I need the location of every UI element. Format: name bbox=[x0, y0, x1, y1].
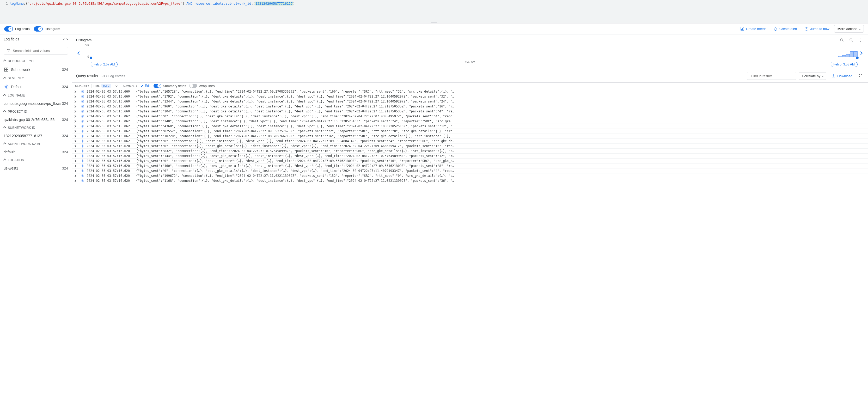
resize-handle[interactable] bbox=[431, 22, 437, 23]
fields-search-input[interactable] bbox=[4, 47, 68, 55]
field-row[interactable]: compute.googleapis.com/vpc_flows324 bbox=[0, 99, 72, 108]
severity-default-icon bbox=[81, 110, 85, 113]
histogram-nav-right[interactable] bbox=[858, 44, 864, 62]
log-row[interactable]: 2024-02-05 03:57:16.620{"bytes_sent":"83… bbox=[72, 149, 868, 154]
zoom-in-button[interactable] bbox=[848, 37, 855, 44]
query-text[interactable]: logName:("projects/qwiklabs-gcp-00-2e76b… bbox=[10, 2, 295, 5]
field-row[interactable]: Default324 bbox=[0, 82, 72, 91]
range-handle-end[interactable] bbox=[856, 57, 859, 59]
log-results-list[interactable]: 2024-02-05 03:57:13.660{"bytes_sent":"16… bbox=[72, 89, 868, 411]
time-range-slider[interactable] bbox=[91, 57, 858, 59]
toggle-log-fields[interactable]: Log fields bbox=[4, 26, 30, 32]
log-row[interactable]: 2024-02-05 03:57:13.660{"bytes_sent":"96… bbox=[72, 104, 868, 109]
log-row[interactable]: 2024-02-05 03:57:15.062{"bytes_sent":"14… bbox=[72, 119, 868, 124]
download-button[interactable]: Download bbox=[829, 72, 855, 80]
log-row[interactable]: 2024-02-05 03:57:15.062{"bytes_sent":"0"… bbox=[72, 114, 868, 119]
log-row[interactable]: 2024-02-05 03:57:16.620{"bytes_sent":"0"… bbox=[72, 169, 868, 173]
field-row[interactable]: qwiklabs-gcp-00-2e76b685af56324 bbox=[0, 116, 72, 124]
toggle-label: Log fields bbox=[15, 27, 30, 31]
jump-to-now-button[interactable]: Jump to now bbox=[802, 25, 832, 33]
log-row[interactable]: 2024-02-05 03:57:15.062{"bytes_sent":"0"… bbox=[72, 139, 868, 144]
timezone-chip[interactable]: IST bbox=[101, 84, 111, 88]
expand-row-icon[interactable] bbox=[74, 164, 79, 168]
expand-row-icon[interactable] bbox=[74, 154, 79, 158]
toggle-histogram[interactable]: Histogram bbox=[34, 26, 60, 32]
expand-row-icon[interactable] bbox=[74, 139, 79, 143]
field-group-header[interactable]: RESOURCE TYPE bbox=[0, 57, 72, 65]
find-in-results-input[interactable] bbox=[747, 72, 796, 80]
edit-summary-button[interactable]: Edit bbox=[141, 84, 150, 88]
field-name: Default bbox=[11, 85, 62, 89]
toggle-switch-off-icon bbox=[189, 84, 197, 88]
log-row[interactable]: 2024-02-05 03:57:13.660{"bytes_sent":"13… bbox=[72, 99, 868, 104]
field-group-header[interactable]: SEVERITY bbox=[0, 74, 72, 82]
log-row[interactable]: 2024-02-05 03:57:15.062{"bytes_sent":"10… bbox=[72, 134, 868, 139]
expand-row-icon[interactable] bbox=[74, 105, 79, 108]
field-row[interactable]: default324 bbox=[0, 148, 72, 156]
log-row[interactable]: 2024-02-05 03:57:16.620{"bytes_sent":"11… bbox=[72, 178, 868, 183]
more-actions-dropdown[interactable]: More actions bbox=[834, 25, 864, 33]
time-column-menu[interactable] bbox=[116, 85, 118, 87]
correlate-by-dropdown[interactable]: Correlate by bbox=[799, 72, 826, 80]
log-row[interactable]: 2024-02-05 03:57:15.062{"bytes_sent":"82… bbox=[72, 129, 868, 134]
field-group-header[interactable]: LOG NAME bbox=[0, 91, 72, 99]
histogram-nav-left[interactable] bbox=[76, 44, 82, 62]
log-row[interactable]: 2024-02-05 03:57:15.062{"bytes_sent":"43… bbox=[72, 124, 868, 129]
create-metric-button[interactable]: Create metric bbox=[738, 25, 769, 33]
field-group-header[interactable]: SUBNETWORK NAME bbox=[0, 140, 72, 148]
col-severity[interactable]: SEVERITY bbox=[74, 84, 90, 87]
zoom-in-icon bbox=[849, 38, 854, 42]
group-label: SUBNETWORK ID bbox=[8, 126, 35, 129]
log-row[interactable]: 2024-02-05 03:57:16.620{"bytes_sent":"19… bbox=[72, 173, 868, 178]
columns-header: SEVERITY TIME IST ↑ SUMMARY Edit Summary… bbox=[72, 83, 868, 89]
chevron-up-icon bbox=[4, 94, 6, 97]
log-row[interactable]: 2024-02-05 03:57:13.660{"bytes_sent":"16… bbox=[72, 89, 868, 94]
log-row[interactable]: 2024-02-05 03:57:13.660{"bytes_sent":"17… bbox=[72, 94, 868, 99]
histogram-chart[interactable]: 200 0 3:30 AM Feb 5, 2 bbox=[82, 44, 858, 62]
expand-row-icon[interactable] bbox=[74, 115, 79, 118]
expand-row-icon[interactable] bbox=[74, 119, 79, 123]
filter-icon bbox=[6, 49, 11, 53]
log-row[interactable]: 2024-02-05 03:57:13.660{"bytes_sent":"10… bbox=[72, 109, 868, 114]
svg-point-16 bbox=[82, 130, 84, 132]
expand-row-icon[interactable] bbox=[74, 99, 79, 103]
expand-row-icon[interactable] bbox=[74, 134, 79, 138]
log-row[interactable]: 2024-02-05 03:57:16.620{"bytes_sent":"0"… bbox=[72, 144, 868, 149]
collapse-icon[interactable]: < > bbox=[63, 37, 68, 41]
field-row[interactable]: 1321292905877716137324 bbox=[0, 132, 72, 140]
expand-row-icon[interactable] bbox=[74, 129, 79, 133]
severity-default-icon bbox=[81, 159, 85, 163]
expand-row-icon[interactable] bbox=[74, 144, 79, 148]
expand-row-icon[interactable] bbox=[74, 159, 79, 163]
create-alert-button[interactable]: Create alert bbox=[771, 25, 800, 33]
log-summary: {"bytes_sent":"10220", "connection":{…},… bbox=[133, 134, 866, 138]
col-time[interactable]: TIME IST ↑ bbox=[93, 84, 116, 88]
range-handle-start[interactable] bbox=[90, 57, 92, 59]
fullscreen-button[interactable] bbox=[858, 72, 864, 80]
expand-row-icon[interactable] bbox=[74, 149, 79, 153]
field-group-header[interactable]: LOCATION bbox=[0, 156, 72, 164]
field-row[interactable]: Subnetwork324 bbox=[0, 65, 72, 74]
expand-row-icon[interactable] bbox=[74, 179, 79, 182]
expand-row-icon[interactable] bbox=[74, 95, 79, 98]
query-editor[interactable]: 1 logName:("projects/qwiklabs-gcp-00-2e7… bbox=[0, 0, 868, 24]
zoom-out-button[interactable] bbox=[839, 37, 845, 44]
expand-row-icon[interactable] bbox=[74, 174, 79, 178]
field-row[interactable]: us-west1324 bbox=[0, 164, 72, 172]
col-summary[interactable]: SUMMARY bbox=[123, 84, 137, 87]
severity-default-icon bbox=[81, 149, 85, 153]
field-group-header[interactable]: PROJECT ID bbox=[0, 108, 72, 116]
expand-row-icon[interactable] bbox=[74, 124, 79, 128]
toggle-summary-fields[interactable]: Summary fields bbox=[154, 84, 186, 88]
log-row[interactable]: 2024-02-05 03:57:16.620{"bytes_sent":"14… bbox=[72, 154, 868, 158]
log-row[interactable]: 2024-02-05 03:57:16.620{"bytes_sent":"0"… bbox=[72, 158, 868, 164]
expand-row-icon[interactable] bbox=[74, 90, 79, 93]
field-group-header[interactable]: SUBNETWORK ID bbox=[0, 124, 72, 132]
histogram-expand-button[interactable] bbox=[858, 37, 864, 44]
toggle-wrap-lines[interactable]: Wrap lines bbox=[189, 84, 215, 88]
log-row[interactable]: 2024-02-05 03:57:16.620{"bytes_sent":"46… bbox=[72, 164, 868, 169]
toggle-switch-on-icon bbox=[34, 26, 43, 32]
expand-row-icon[interactable] bbox=[74, 169, 79, 173]
group-label: LOCATION bbox=[8, 158, 24, 162]
expand-row-icon[interactable] bbox=[74, 110, 79, 113]
